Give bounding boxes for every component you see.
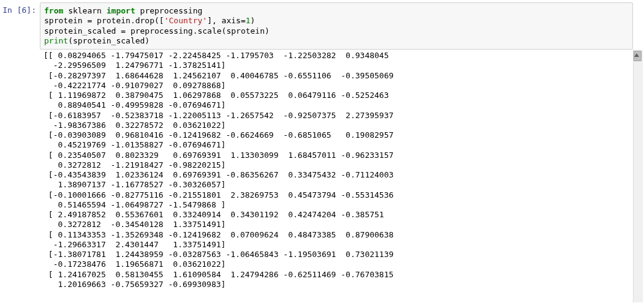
input-cell: In [6]: from sklearn import preprocessin… — [1, 2, 643, 50]
code-line3: sprotein_scaled = preprocessing.scale(sp… — [44, 26, 270, 35]
kw-from: from — [44, 6, 63, 15]
number-literal: 1 — [246, 16, 251, 25]
stdout-output[interactable]: [[ 0.08294065 -1.79475017 -2.22458425 -1… — [40, 50, 633, 302]
string-literal: 'Country' — [164, 16, 207, 25]
print-args: (sprotein_scaled) — [68, 36, 150, 45]
print-call: print — [44, 36, 68, 45]
notebook-cell: In [6]: from sklearn import preprocessin… — [0, 0, 644, 305]
output-cell: Out[6]: [[ 0.08294065 -1.79475017 -2.224… — [1, 50, 643, 302]
scrollbar-thumb[interactable] — [634, 51, 642, 61]
import-target: preprocessing — [135, 6, 203, 15]
mod-name: sklearn — [63, 6, 106, 15]
input-prompt: In [6]: — [1, 2, 40, 50]
code-line2b: ], axis= — [207, 16, 246, 25]
code-input[interactable]: from sklearn import preprocessing sprote… — [40, 2, 633, 50]
scrollbar[interactable] — [633, 50, 643, 302]
code-line2a: sprotein = protein.drop([ — [44, 16, 164, 25]
code-line2c: ) — [251, 16, 256, 25]
kw-import: import — [107, 6, 135, 15]
scroll-up-arrow-icon — [634, 53, 639, 57]
